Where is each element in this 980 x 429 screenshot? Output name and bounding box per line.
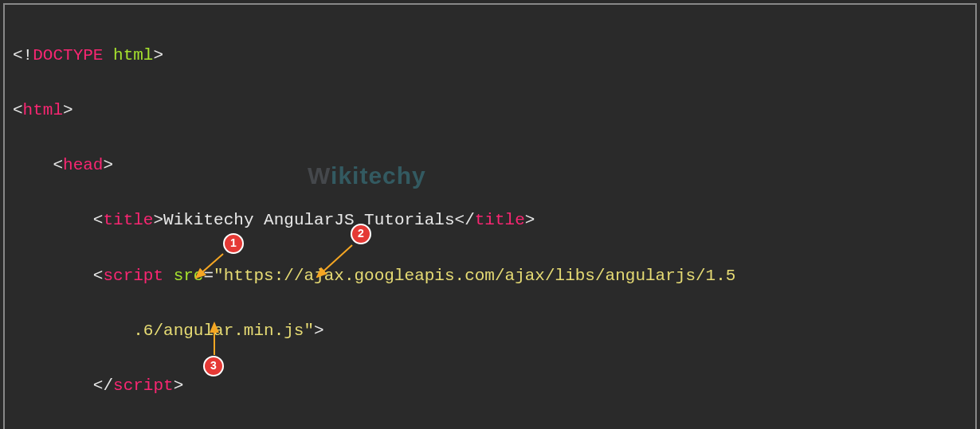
- callout-arrow-3: [207, 318, 223, 358]
- code-line-6: .6/angular.min.js">: [13, 318, 967, 345]
- callout-1-label: 1: [230, 234, 237, 252]
- callout-marker-3: 3: [203, 356, 224, 376]
- code-line-5: <script src="https://ajax.googleapis.com…: [13, 263, 967, 291]
- code-line-1: <!DOCTYPE html>: [13, 42, 967, 70]
- code-line-3: <head>: [13, 152, 967, 180]
- code-editor-frame: Wikitechy <!DOCTYPE html> <html> <head> …: [3, 3, 977, 429]
- callout-marker-1: 1: [223, 233, 244, 254]
- callout-arrow-2: [312, 242, 355, 282]
- code-line-4: <title>Wikitechy AngularJS Tutorials</ti…: [13, 207, 967, 235]
- callout-arrow-1: [191, 251, 226, 283]
- code-line-7: </script>: [13, 372, 967, 400]
- callout-marker-2: 2: [351, 224, 371, 244]
- code-line-2: <html>: [13, 97, 967, 125]
- code-area: <!DOCTYPE html> <html> <head> <title>Wik…: [13, 14, 967, 429]
- callout-3-label: 3: [210, 357, 217, 375]
- svg-line-0: [196, 254, 223, 278]
- svg-line-1: [317, 245, 352, 277]
- callout-2-label: 2: [358, 224, 364, 243]
